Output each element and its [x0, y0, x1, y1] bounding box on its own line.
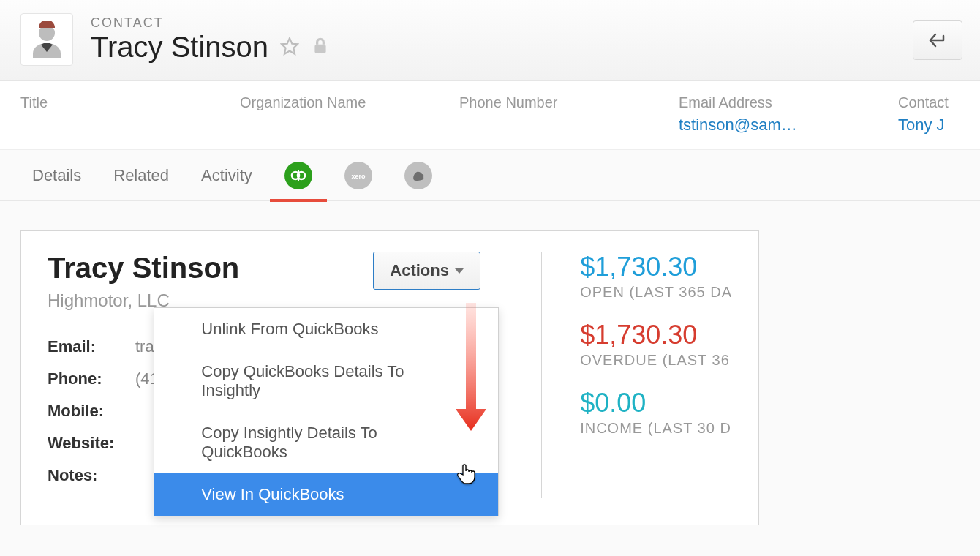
actions-menu: Unlink From QuickBooks Copy QuickBooks D…	[154, 307, 499, 516]
contact-avatar	[20, 13, 73, 66]
summary-fields: Title Organization Name Phone Number Ema…	[0, 81, 980, 150]
field-org: Organization Name	[240, 94, 430, 135]
tab-quickbooks[interactable]	[284, 162, 312, 189]
actions-button[interactable]: Actions	[373, 252, 480, 290]
field-email-value[interactable]: tstinson@sam…	[679, 116, 869, 135]
back-button[interactable]	[913, 20, 962, 60]
label-open: OPEN (LAST 365 DA	[580, 284, 732, 301]
header-eyebrow: CONTACT	[91, 15, 330, 31]
qb-card: Tracy Stinson Highmotor, LLC Email:tracy…	[20, 230, 759, 525]
field-owner: Contact Tony J	[898, 94, 957, 135]
action-copy-qb-to-insightly[interactable]: Copy QuickBooks Details To Insightly	[154, 350, 498, 412]
tab-xero[interactable]: xero	[344, 162, 372, 189]
avatar-icon	[29, 21, 65, 58]
quickbooks-panel: Tracy Stinson Highmotor, LLC Email:tracy…	[0, 201, 980, 555]
field-owner-value[interactable]: Tony J	[898, 116, 957, 135]
amount-open: $1,730.30	[580, 252, 732, 282]
xero-icon: xero	[350, 167, 367, 184]
tab-related[interactable]: Related	[113, 150, 169, 200]
svg-rect-5	[298, 170, 299, 181]
qb-card-right: $1,730.30 OPEN (LAST 365 DA $1,730.30 OV…	[542, 252, 732, 498]
tab-mailchimp[interactable]	[404, 162, 432, 189]
action-unlink[interactable]: Unlink From QuickBooks	[154, 308, 498, 350]
header-title-block: CONTACT Tracy Stinson	[91, 15, 330, 64]
action-view-in-quickbooks[interactable]: View In QuickBooks	[154, 473, 498, 516]
actions-dropdown[interactable]: Actions Unlink From QuickBooks Copy Quic…	[373, 252, 480, 290]
action-copy-insightly-to-qb[interactable]: Copy Insightly Details To QuickBooks	[154, 412, 498, 473]
svg-text:xero: xero	[351, 173, 366, 180]
field-phone: Phone Number	[459, 94, 649, 135]
label-overdue: OVERDUE (LAST 36	[580, 352, 732, 369]
field-email: Email Address tstinson@sam…	[679, 94, 869, 135]
amount-income: $0.00	[580, 388, 732, 418]
lock-icon	[311, 37, 330, 59]
mailchimp-icon	[410, 167, 427, 184]
qb-card-left: Tracy Stinson Highmotor, LLC Email:tracy…	[48, 252, 541, 498]
tabs-bar: Details Related Activity xero	[0, 150, 980, 201]
page-header: CONTACT Tracy Stinson	[0, 0, 980, 81]
label-income: INCOME (LAST 30 D	[580, 420, 732, 437]
page-title: Tracy Stinson	[91, 31, 268, 64]
star-icon[interactable]	[280, 37, 299, 59]
quickbooks-icon	[290, 167, 307, 184]
tab-details[interactable]: Details	[32, 150, 81, 200]
field-title: Title	[20, 94, 211, 135]
caret-down-icon	[455, 268, 464, 274]
tab-activity[interactable]: Activity	[201, 150, 252, 200]
back-arrow-icon	[927, 31, 948, 49]
svg-rect-2	[314, 44, 325, 53]
svg-marker-1	[282, 38, 298, 54]
amount-overdue: $1,730.30	[580, 320, 732, 350]
